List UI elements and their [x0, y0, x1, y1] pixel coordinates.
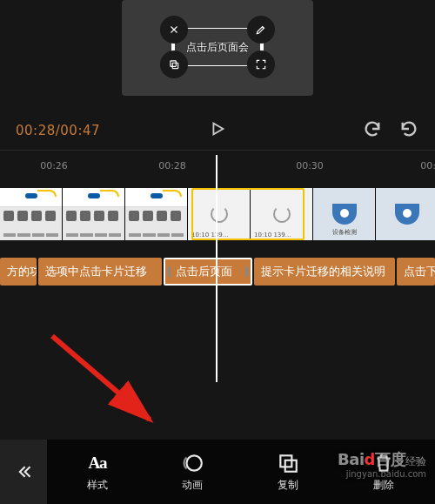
svg-rect-0 — [171, 61, 176, 66]
video-thumbnail[interactable] — [188, 188, 251, 240]
animation-icon — [181, 452, 204, 474]
caption-preview-text: 点击后页面会 — [186, 40, 249, 55]
resize-icon[interactable] — [247, 50, 275, 78]
video-thumbnail[interactable] — [125, 188, 188, 240]
ruler-tick: 00:30 — [296, 160, 324, 171]
text-style-icon: Aa — [88, 452, 106, 474]
caption-clip[interactable]: 提示卡片迁移的相关说明 — [254, 258, 395, 286]
transport-bar: 00:28/00:47 — [0, 113, 435, 148]
duplicate-icon — [277, 452, 299, 474]
tool-label: 复制 — [278, 478, 298, 493]
animation-tool[interactable]: 动画 — [181, 452, 204, 493]
video-thumbnail[interactable] — [0, 188, 63, 240]
undo-button[interactable] — [362, 119, 383, 142]
svg-line-2 — [52, 336, 150, 420]
ruler-tick: 00:28 — [158, 160, 186, 171]
divider — [0, 150, 435, 151]
caption-overlay[interactable]: 点击后页面会 — [164, 19, 271, 75]
edit-icon[interactable] — [247, 16, 275, 44]
copy-tool[interactable]: 复制 — [277, 452, 299, 493]
ruler-tick: 00:26 — [40, 160, 68, 171]
playhead[interactable] — [216, 155, 218, 382]
caption-clip[interactable]: 点击下 — [397, 258, 435, 286]
style-tool[interactable]: Aa 样式 — [87, 452, 108, 493]
close-icon[interactable] — [160, 16, 188, 44]
video-thumbnail[interactable] — [251, 188, 313, 240]
caption-clip-selected[interactable]: 点击后页面 — [164, 258, 252, 286]
timeline-ruler[interactable]: 00:26 00:28 00:30 00: — [0, 160, 435, 174]
caption-clip[interactable]: 方的功 — [0, 258, 37, 286]
ruler-tick: 00: — [420, 160, 435, 171]
video-preview: 点击后页面会 — [122, 0, 313, 96]
tool-label: 动画 — [182, 478, 203, 493]
caption-track[interactable]: 方的功 选项中点击卡片迁移 点击后页面 提示卡片迁移的相关说明 点击下 — [0, 258, 435, 286]
annotation-arrow — [45, 329, 176, 433]
play-button[interactable] — [208, 119, 227, 142]
tool-label: 删除 — [373, 478, 394, 493]
collapse-button[interactable] — [0, 440, 47, 504]
video-thumbnail[interactable] — [376, 188, 435, 240]
video-thumbnail[interactable] — [63, 188, 125, 240]
time-display: 00:28/00:47 — [16, 123, 100, 138]
copy-icon[interactable] — [160, 50, 188, 78]
tool-label: 样式 — [87, 478, 108, 493]
video-thumbnail[interactable]: 设备检测 — [313, 188, 376, 240]
caption-clip[interactable]: 选项中点击卡片迁移 — [38, 258, 162, 286]
svg-point-3 — [187, 455, 202, 470]
video-track[interactable]: 设备检测 + — [0, 188, 435, 240]
svg-rect-1 — [172, 63, 177, 68]
watermark: Baid百度经验 jingyan.baidu.com — [338, 451, 426, 480]
redo-button[interactable] — [398, 119, 419, 142]
